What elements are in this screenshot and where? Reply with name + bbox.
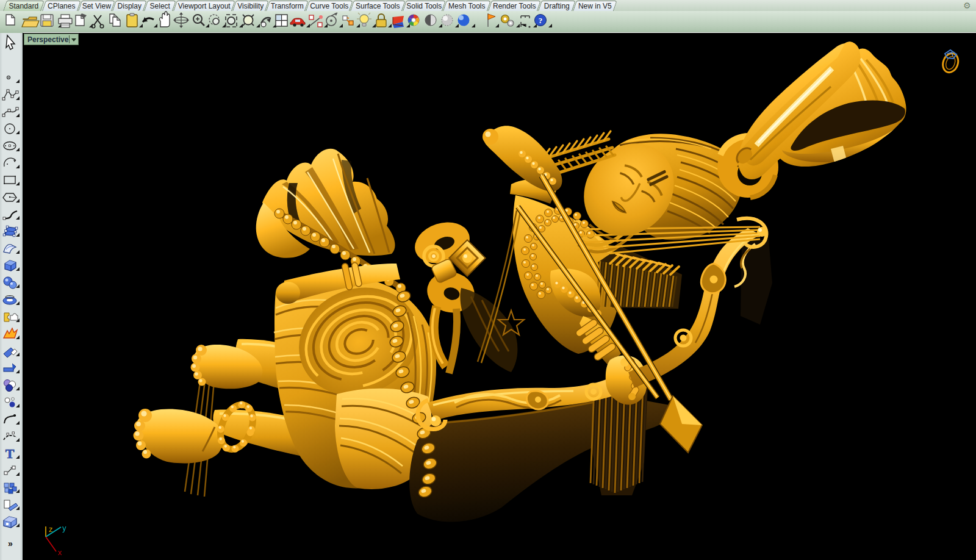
svg-text:?: ? [539, 16, 543, 25]
svg-text:y: y [62, 523, 66, 533]
svg-text:»: » [8, 539, 13, 548]
svg-text:T: T [5, 446, 15, 461]
svg-text:x: x [58, 548, 62, 557]
svg-text:z: z [49, 525, 53, 534]
